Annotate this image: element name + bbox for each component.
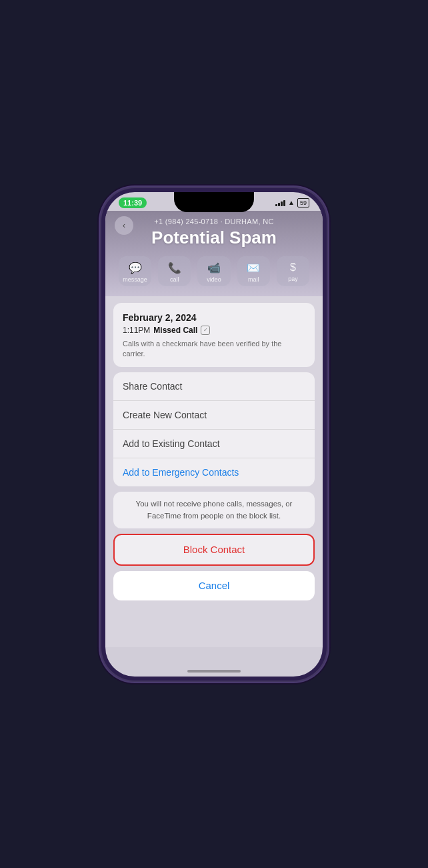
- video-label: video: [207, 276, 221, 283]
- home-indicator: [187, 670, 241, 673]
- checkmark-icon: ✓: [201, 326, 210, 335]
- contact-name: Potential Spam: [119, 228, 309, 248]
- signal-bar-1: [275, 204, 277, 206]
- action-btn-call[interactable]: 📞 call: [158, 256, 191, 286]
- message-icon: 💬: [129, 262, 142, 274]
- add-emergency-contact-item[interactable]: Add to Emergency Contacts: [113, 458, 315, 486]
- signal-bar-4: [283, 200, 285, 206]
- action-buttons: 💬 message 📞 call 📹 video ✉️ mail $: [119, 256, 309, 286]
- status-icons: ▲ 59: [275, 198, 309, 207]
- main-content: February 2, 2024 1:11PM Missed Call ✓ Ca…: [105, 296, 323, 647]
- back-icon: ‹: [123, 221, 125, 230]
- message-label: message: [123, 276, 147, 283]
- cancel-button[interactable]: Cancel: [113, 571, 315, 600]
- call-info-card: February 2, 2024 1:11PM Missed Call ✓ Ca…: [113, 303, 315, 368]
- share-contact-label: Share Contact: [123, 381, 183, 392]
- create-new-contact-item[interactable]: Create New Contact: [113, 401, 315, 430]
- block-contact-label: Block Contact: [183, 544, 245, 555]
- back-button[interactable]: ‹: [115, 216, 133, 235]
- action-btn-message[interactable]: 💬 message: [119, 256, 151, 286]
- notch: [174, 192, 254, 212]
- missed-call-label: Missed Call: [153, 326, 197, 335]
- pay-icon: $: [290, 262, 296, 274]
- signal-bars-icon: [275, 199, 285, 206]
- phone-screen: 11:39 ▲ 59 ‹ +1 (984) 245-0718 · DURHAM,…: [105, 192, 323, 677]
- add-emergency-contact-label: Add to Emergency Contacts: [123, 467, 239, 478]
- phone-frame: 11:39 ▲ 59 ‹ +1 (984) 245-0718 · DURHAM,…: [100, 187, 328, 682]
- menu-card: Share Contact Create New Contact Add to …: [113, 372, 315, 486]
- contact-header: ‹ +1 (984) 245-0718 · DURHAM, NC Potenti…: [105, 211, 323, 296]
- block-info-text: You will not receive phone calls, messag…: [113, 492, 315, 528]
- call-icon: 📞: [168, 262, 181, 274]
- action-btn-pay[interactable]: $ pay: [277, 256, 309, 286]
- video-icon: 📹: [207, 262, 221, 274]
- add-existing-contact-label: Add to Existing Contact: [123, 438, 220, 449]
- block-info-card: You will not receive phone calls, messag…: [113, 492, 315, 528]
- create-new-contact-label: Create New Contact: [123, 410, 207, 420]
- status-time: 11:39: [119, 197, 147, 208]
- mail-icon: ✉️: [247, 262, 260, 274]
- cancel-label: Cancel: [199, 580, 230, 591]
- call-label: call: [170, 276, 179, 283]
- action-btn-mail[interactable]: ✉️ mail: [237, 256, 270, 286]
- call-time: 1:11PM: [123, 326, 150, 335]
- signal-bar-2: [278, 203, 280, 206]
- signal-bar-3: [281, 201, 283, 206]
- share-contact-item[interactable]: Share Contact: [113, 372, 315, 401]
- action-btn-video[interactable]: 📹 video: [197, 256, 230, 286]
- pay-label: pay: [288, 276, 298, 282]
- contact-phone: +1 (984) 245-0718 · DURHAM, NC: [119, 218, 309, 226]
- battery-icon: 59: [297, 198, 309, 207]
- add-existing-contact-item[interactable]: Add to Existing Contact: [113, 430, 315, 458]
- wifi-icon: ▲: [288, 199, 295, 206]
- call-date: February 2, 2024: [123, 312, 305, 323]
- call-verified-text: Calls with a checkmark have been verifie…: [123, 339, 305, 360]
- mail-label: mail: [248, 276, 259, 283]
- block-contact-button[interactable]: Block Contact: [113, 534, 315, 566]
- call-time-row: 1:11PM Missed Call ✓: [123, 326, 305, 335]
